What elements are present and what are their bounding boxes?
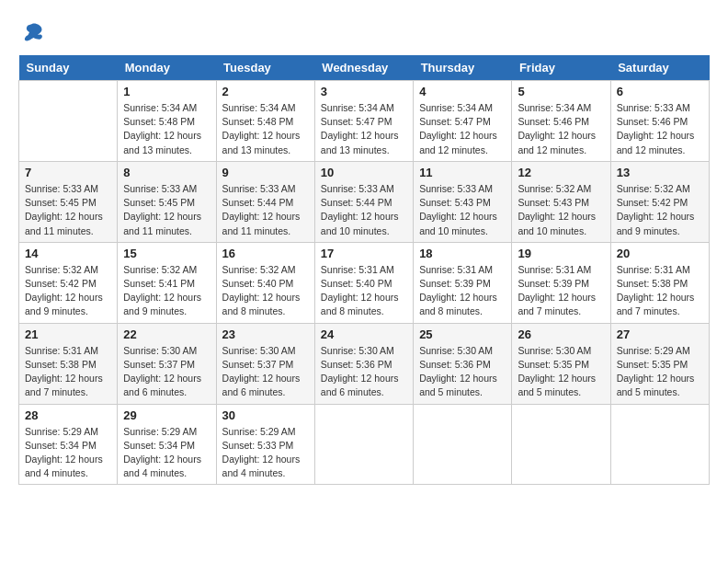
day-info: Sunrise: 5:34 AM Sunset: 5:46 PM Dayligh… <box>518 101 604 157</box>
day-number: 4 <box>419 85 506 98</box>
calendar-cell: 12Sunrise: 5:32 AM Sunset: 5:43 PM Dayli… <box>512 161 610 242</box>
calendar-cell: 6Sunrise: 5:33 AM Sunset: 5:46 PM Daylig… <box>610 81 709 162</box>
calendar-cell: 13Sunrise: 5:32 AM Sunset: 5:42 PM Dayli… <box>610 161 709 242</box>
logo-icon <box>18 18 46 46</box>
calendar-cell: 24Sunrise: 5:30 AM Sunset: 5:36 PM Dayli… <box>314 323 413 404</box>
day-number: 16 <box>222 247 309 260</box>
day-info: Sunrise: 5:29 AM Sunset: 5:33 PM Dayligh… <box>222 425 309 481</box>
weekday-header-monday: Monday <box>118 55 216 81</box>
day-info: Sunrise: 5:31 AM Sunset: 5:38 PM Dayligh… <box>25 344 111 400</box>
day-number: 7 <box>25 166 111 179</box>
calendar-cell: 18Sunrise: 5:31 AM Sunset: 5:39 PM Dayli… <box>414 242 512 323</box>
calendar-cell: 2Sunrise: 5:34 AM Sunset: 5:48 PM Daylig… <box>216 81 314 162</box>
calendar-cell: 28Sunrise: 5:29 AM Sunset: 5:34 PM Dayli… <box>19 404 118 485</box>
day-number: 30 <box>222 408 309 422</box>
day-info: Sunrise: 5:33 AM Sunset: 5:45 PM Dayligh… <box>25 182 111 238</box>
calendar-cell: 9Sunrise: 5:33 AM Sunset: 5:44 PM Daylig… <box>216 161 314 242</box>
day-info: Sunrise: 5:30 AM Sunset: 5:37 PM Dayligh… <box>222 344 309 400</box>
calendar-cell: 1Sunrise: 5:34 AM Sunset: 5:48 PM Daylig… <box>118 81 216 162</box>
day-info: Sunrise: 5:30 AM Sunset: 5:35 PM Dayligh… <box>518 344 604 400</box>
day-number: 10 <box>321 166 407 179</box>
day-info: Sunrise: 5:31 AM Sunset: 5:39 PM Dayligh… <box>518 263 604 319</box>
day-number: 28 <box>25 408 111 422</box>
day-info: Sunrise: 5:33 AM Sunset: 5:44 PM Dayligh… <box>222 182 309 238</box>
day-number: 17 <box>321 247 407 260</box>
calendar-cell: 7Sunrise: 5:33 AM Sunset: 5:45 PM Daylig… <box>19 161 118 242</box>
day-number: 20 <box>617 247 703 260</box>
weekday-header-saturday: Saturday <box>610 55 709 81</box>
day-info: Sunrise: 5:34 AM Sunset: 5:48 PM Dayligh… <box>222 101 309 157</box>
day-info: Sunrise: 5:30 AM Sunset: 5:37 PM Dayligh… <box>123 344 210 400</box>
day-info: Sunrise: 5:29 AM Sunset: 5:34 PM Dayligh… <box>123 425 210 481</box>
day-info: Sunrise: 5:33 AM Sunset: 5:43 PM Dayligh… <box>419 182 506 238</box>
calendar-cell: 20Sunrise: 5:31 AM Sunset: 5:38 PM Dayli… <box>610 242 709 323</box>
day-number: 1 <box>123 85 210 98</box>
day-number: 11 <box>419 166 506 179</box>
day-number: 23 <box>222 327 309 341</box>
calendar-cell <box>610 404 709 485</box>
day-info: Sunrise: 5:34 AM Sunset: 5:47 PM Dayligh… <box>321 101 407 157</box>
calendar-week-row: 1Sunrise: 5:34 AM Sunset: 5:48 PM Daylig… <box>19 81 710 162</box>
day-number: 8 <box>123 166 210 179</box>
calendar-cell: 26Sunrise: 5:30 AM Sunset: 5:35 PM Dayli… <box>512 323 610 404</box>
day-info: Sunrise: 5:31 AM Sunset: 5:39 PM Dayligh… <box>419 263 506 319</box>
calendar-cell <box>414 404 512 485</box>
day-number: 12 <box>518 166 604 179</box>
calendar-week-row: 7Sunrise: 5:33 AM Sunset: 5:45 PM Daylig… <box>19 161 710 242</box>
calendar-cell: 14Sunrise: 5:32 AM Sunset: 5:42 PM Dayli… <box>19 242 118 323</box>
day-info: Sunrise: 5:31 AM Sunset: 5:40 PM Dayligh… <box>321 263 407 319</box>
weekday-header-row: SundayMondayTuesdayWednesdayThursdayFrid… <box>19 55 710 81</box>
day-number: 14 <box>25 247 111 260</box>
calendar-week-row: 14Sunrise: 5:32 AM Sunset: 5:42 PM Dayli… <box>19 242 710 323</box>
calendar-cell: 27Sunrise: 5:29 AM Sunset: 5:35 PM Dayli… <box>610 323 709 404</box>
calendar-cell: 21Sunrise: 5:31 AM Sunset: 5:38 PM Dayli… <box>19 323 118 404</box>
day-number: 3 <box>321 85 407 98</box>
calendar-cell: 22Sunrise: 5:30 AM Sunset: 5:37 PM Dayli… <box>118 323 216 404</box>
calendar-cell: 11Sunrise: 5:33 AM Sunset: 5:43 PM Dayli… <box>414 161 512 242</box>
day-number: 25 <box>419 327 506 341</box>
calendar-cell: 29Sunrise: 5:29 AM Sunset: 5:34 PM Dayli… <box>118 404 216 485</box>
calendar-table: SundayMondayTuesdayWednesdayThursdayFrid… <box>18 55 710 485</box>
calendar-cell: 23Sunrise: 5:30 AM Sunset: 5:37 PM Dayli… <box>216 323 314 404</box>
calendar-cell: 8Sunrise: 5:33 AM Sunset: 5:45 PM Daylig… <box>118 161 216 242</box>
header <box>18 18 710 46</box>
day-info: Sunrise: 5:30 AM Sunset: 5:36 PM Dayligh… <box>321 344 407 400</box>
calendar-cell: 5Sunrise: 5:34 AM Sunset: 5:46 PM Daylig… <box>512 81 610 162</box>
day-info: Sunrise: 5:32 AM Sunset: 5:41 PM Dayligh… <box>123 263 210 319</box>
calendar-cell: 17Sunrise: 5:31 AM Sunset: 5:40 PM Dayli… <box>314 242 413 323</box>
day-info: Sunrise: 5:30 AM Sunset: 5:36 PM Dayligh… <box>419 344 506 400</box>
day-number: 24 <box>321 327 407 341</box>
weekday-header-sunday: Sunday <box>19 55 118 81</box>
day-info: Sunrise: 5:33 AM Sunset: 5:46 PM Dayligh… <box>617 101 703 157</box>
calendar-cell: 10Sunrise: 5:33 AM Sunset: 5:44 PM Dayli… <box>314 161 413 242</box>
day-info: Sunrise: 5:33 AM Sunset: 5:45 PM Dayligh… <box>123 182 210 238</box>
day-number: 29 <box>123 408 210 422</box>
calendar-cell: 19Sunrise: 5:31 AM Sunset: 5:39 PM Dayli… <box>512 242 610 323</box>
calendar-cell <box>19 81 118 162</box>
calendar-cell: 30Sunrise: 5:29 AM Sunset: 5:33 PM Dayli… <box>216 404 314 485</box>
calendar-cell <box>512 404 610 485</box>
day-number: 27 <box>617 327 703 341</box>
day-number: 21 <box>25 327 111 341</box>
day-info: Sunrise: 5:33 AM Sunset: 5:44 PM Dayligh… <box>321 182 407 238</box>
day-number: 5 <box>518 85 604 98</box>
weekday-header-friday: Friday <box>512 55 610 81</box>
day-number: 15 <box>123 247 210 260</box>
day-info: Sunrise: 5:32 AM Sunset: 5:40 PM Dayligh… <box>222 263 309 319</box>
day-info: Sunrise: 5:32 AM Sunset: 5:43 PM Dayligh… <box>518 182 604 238</box>
day-number: 19 <box>518 247 604 260</box>
day-number: 13 <box>617 166 703 179</box>
day-number: 6 <box>617 85 703 98</box>
calendar-cell: 4Sunrise: 5:34 AM Sunset: 5:47 PM Daylig… <box>414 81 512 162</box>
calendar-cell: 16Sunrise: 5:32 AM Sunset: 5:40 PM Dayli… <box>216 242 314 323</box>
day-info: Sunrise: 5:32 AM Sunset: 5:42 PM Dayligh… <box>25 263 111 319</box>
day-info: Sunrise: 5:31 AM Sunset: 5:38 PM Dayligh… <box>617 263 703 319</box>
day-number: 9 <box>222 166 309 179</box>
calendar-cell: 3Sunrise: 5:34 AM Sunset: 5:47 PM Daylig… <box>314 81 413 162</box>
day-number: 18 <box>419 247 506 260</box>
day-number: 26 <box>518 327 604 341</box>
day-number: 2 <box>222 85 309 98</box>
day-info: Sunrise: 5:29 AM Sunset: 5:34 PM Dayligh… <box>25 425 111 481</box>
weekday-header-wednesday: Wednesday <box>314 55 413 81</box>
logo <box>18 18 50 46</box>
